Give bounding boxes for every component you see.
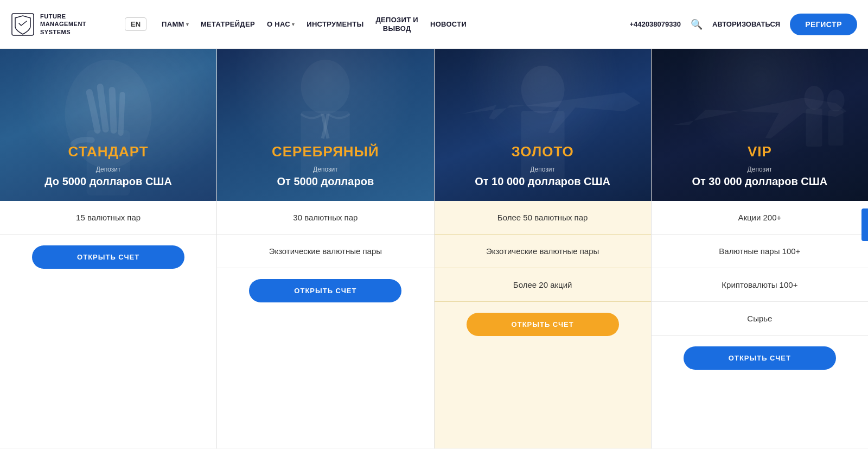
lang-button[interactable]: EN xyxy=(125,17,146,31)
card-feature-vip-1: Валютные пары 100+ xyxy=(652,235,868,268)
card-deposit-value-gold: От 10 000 долларов США xyxy=(448,175,638,188)
nav-item-metatrader[interactable]: МЕТАТРЕЙДЕР xyxy=(196,17,259,31)
open-account-button-gold[interactable]: ОТКРЫТЬ СЧЕТ xyxy=(467,313,619,336)
card-hero-content-standard: СТАНДАРТ Депозит До 5000 долларов США xyxy=(13,143,203,188)
chevron-down-icon: ▾ xyxy=(292,22,295,27)
open-account-button-vip[interactable]: ОТКРЫТЬ СЧЕТ xyxy=(684,346,836,370)
plan-card-silver: СЕРЕБРЯНЫЙ Депозит От 5000 долларов 30 в… xyxy=(217,49,434,448)
chevron-down-icon: ▾ xyxy=(186,22,189,27)
nav-item-instruments[interactable]: ИНСТРУМЕНТЫ xyxy=(302,17,368,31)
card-hero-gold: ЗОЛОТО Депозит От 10 000 долларов США xyxy=(435,49,651,201)
open-account-button-standard[interactable]: ОТКРЫТЬ СЧЕТ xyxy=(32,245,184,269)
svg-point-7 xyxy=(804,86,824,110)
plans-container: СТАНДАРТ Депозит До 5000 долларов США 15… xyxy=(0,49,868,448)
svg-point-9 xyxy=(827,90,844,111)
card-title-silver: СЕРЕБРЯНЫЙ xyxy=(230,143,420,160)
card-body-vip: Акции 200+ Валютные пары 100+ Криптовалю… xyxy=(652,201,868,448)
phone-number: +442038079330 xyxy=(630,20,681,28)
open-account-button-silver[interactable]: ОТКРЫТЬ СЧЕТ xyxy=(249,279,401,302)
svg-point-5 xyxy=(521,66,564,113)
card-feature-standard-0: 15 валютных пар xyxy=(0,201,216,235)
card-hero-silver: СЕРЕБРЯНЫЙ Депозит От 5000 долларов xyxy=(217,49,433,201)
svg-rect-10 xyxy=(828,110,843,146)
card-feature-gold-1: Экзотические валютные пары xyxy=(435,235,651,268)
plan-card-gold: ЗОЛОТО Депозит От 10 000 долларов США Бо… xyxy=(435,49,652,448)
card-title-vip: VIP xyxy=(665,143,855,160)
card-button-wrap-silver: ОТКРЫТЬ СЧЕТ xyxy=(217,268,433,313)
card-feature-vip-2: Криптовалюты 100+ xyxy=(652,268,868,302)
card-feature-vip-0: Акции 200+ xyxy=(652,201,868,235)
logo-icon xyxy=(11,12,35,36)
plan-card-standard: СТАНДАРТ Депозит До 5000 долларов США 15… xyxy=(0,49,217,448)
card-feature-vip-3: Сырье xyxy=(652,302,868,336)
main-nav: ПАММ ▾ МЕТАТРЕЙДЕР О НАС ▾ ИНСТРУМЕНТЫ Д… xyxy=(157,12,629,36)
card-button-wrap-vip: ОТКРЫТЬ СЧЕТ xyxy=(652,336,868,381)
plan-card-vip: VIP Депозит От 30 000 долларов США Акции… xyxy=(652,49,868,448)
scroll-tab[interactable] xyxy=(861,208,868,241)
card-deposit-label-silver: Депозит xyxy=(230,166,420,173)
register-button[interactable]: РЕГИСТР xyxy=(790,14,857,35)
card-hero-content-vip: VIP Депозит От 30 000 долларов США xyxy=(665,143,855,188)
auth-button[interactable]: АВТОРИЗОВАТЬСЯ xyxy=(712,20,780,28)
search-icon[interactable]: 🔍 xyxy=(691,18,703,30)
card-button-wrap-gold: ОТКРЫТЬ СЧЕТ xyxy=(435,302,651,347)
card-hero-content-gold: ЗОЛОТО Депозит От 10 000 долларов США xyxy=(448,143,638,188)
card-title-gold: ЗОЛОТО xyxy=(448,143,638,160)
logo-text: FUTURE MANAGEMENT SYSTEMS xyxy=(40,12,86,36)
card-feature-silver-1: Экзотические валютные пары xyxy=(217,235,433,268)
svg-point-3 xyxy=(301,60,350,114)
nav-item-about[interactable]: О НАС ▾ xyxy=(263,17,299,31)
card-title-standard: СТАНДАРТ xyxy=(13,143,203,160)
nav-item-news[interactable]: НОВОСТИ xyxy=(426,17,471,31)
logo-area: FUTURE MANAGEMENT SYSTEMS xyxy=(11,12,125,36)
card-body-gold: Более 50 валютных пар Экзотические валют… xyxy=(435,201,651,448)
card-deposit-value-vip: От 30 000 долларов США xyxy=(665,175,855,188)
card-feature-silver-0: 30 валютных пар xyxy=(217,201,433,235)
card-deposit-label-gold: Депозит xyxy=(448,166,638,173)
card-feature-gold-2: Более 20 акций xyxy=(435,268,651,302)
card-feature-gold-0: Более 50 валютных пар xyxy=(435,201,651,235)
card-body-silver: 30 валютных пар Экзотические валютные па… xyxy=(217,201,433,448)
header-right: +442038079330 🔍 АВТОРИЗОВАТЬСЯ РЕГИСТР xyxy=(630,14,857,35)
nav-item-pamm[interactable]: ПАММ ▾ xyxy=(157,17,193,31)
card-hero-vip: VIP Депозит От 30 000 долларов США xyxy=(652,49,868,201)
card-body-standard: 15 валютных пар ОТКРЫТЬ СЧЕТ xyxy=(0,201,216,448)
nav-item-deposit[interactable]: ДЕПОЗИТ ИВЫВОД xyxy=(371,12,422,36)
card-deposit-label-vip: Депозит xyxy=(665,166,855,173)
card-deposit-value-standard: До 5000 долларов США xyxy=(13,175,203,188)
card-hero-content-silver: СЕРЕБРЯНЫЙ Депозит От 5000 долларов xyxy=(230,143,420,188)
card-deposit-label-standard: Депозит xyxy=(13,166,203,173)
svg-rect-8 xyxy=(806,109,822,147)
card-button-wrap-standard: ОТКРЫТЬ СЧЕТ xyxy=(0,235,216,280)
header: FUTURE MANAGEMENT SYSTEMS EN ПАММ ▾ МЕТА… xyxy=(0,0,868,49)
card-deposit-value-silver: От 5000 долларов xyxy=(230,175,420,188)
card-hero-standard: СТАНДАРТ Депозит До 5000 долларов США xyxy=(0,49,216,201)
